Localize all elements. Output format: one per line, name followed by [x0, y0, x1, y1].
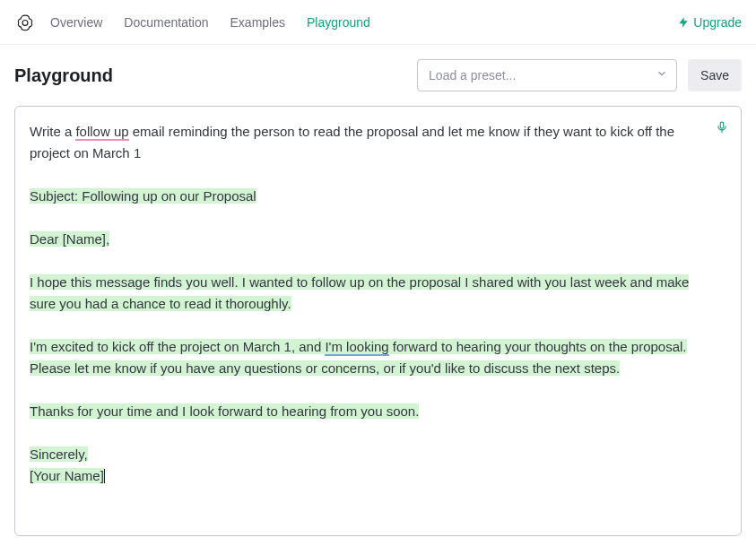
generated-para1: I hope this message finds you well. I wa… [30, 274, 689, 311]
preset-select-button[interactable]: Load a preset... [417, 59, 677, 91]
nav-overview[interactable]: Overview [50, 15, 102, 30]
generated-greeting: Dear [Name], [30, 231, 109, 247]
editor-wrap: Write a follow up email reminding the pe… [0, 106, 756, 551]
nav-playground[interactable]: Playground [307, 15, 370, 30]
generated-signoff1: Sincerely, [30, 447, 88, 462]
upgrade-label: Upgrade [693, 15, 742, 30]
microphone-icon[interactable] [716, 119, 728, 141]
prompt-pre: Write a [30, 124, 75, 139]
svg-rect-1 [720, 122, 724, 128]
generated-output: Subject: Following up on our Proposal De… [30, 186, 705, 487]
prompt-editor[interactable]: Write a follow up email reminding the pe… [14, 106, 742, 536]
generated-subject: Subject: Following up on our Proposal [30, 188, 256, 204]
upgrade-button[interactable]: Upgrade [677, 15, 742, 30]
text-cursor [104, 469, 105, 484]
nav-examples[interactable]: Examples [230, 15, 285, 30]
nav-items: Overview Documentation Examples Playgrou… [50, 15, 677, 30]
generated-signoff2: [Your Name] [30, 468, 104, 483]
header-row: Playground Load a preset... Save [0, 45, 756, 106]
prompt-spellcheck-word: follow up [75, 124, 128, 141]
save-button[interactable]: Save [688, 59, 742, 91]
page-title: Playground [14, 65, 406, 86]
openai-logo[interactable] [14, 12, 36, 33]
top-nav: Overview Documentation Examples Playgrou… [0, 0, 756, 45]
generated-grammar-word: I'm looking [325, 339, 388, 356]
prompt-text: Write a follow up email reminding the pe… [30, 121, 705, 164]
lightning-icon [677, 16, 690, 29]
preset-select[interactable]: Load a preset... [417, 59, 677, 91]
generated-para3: Thanks for your time and I look forward … [30, 403, 419, 419]
nav-documentation[interactable]: Documentation [124, 15, 208, 30]
generated-para2-a: I'm excited to kick off the project on M… [30, 339, 325, 354]
svg-point-0 [22, 20, 28, 25]
